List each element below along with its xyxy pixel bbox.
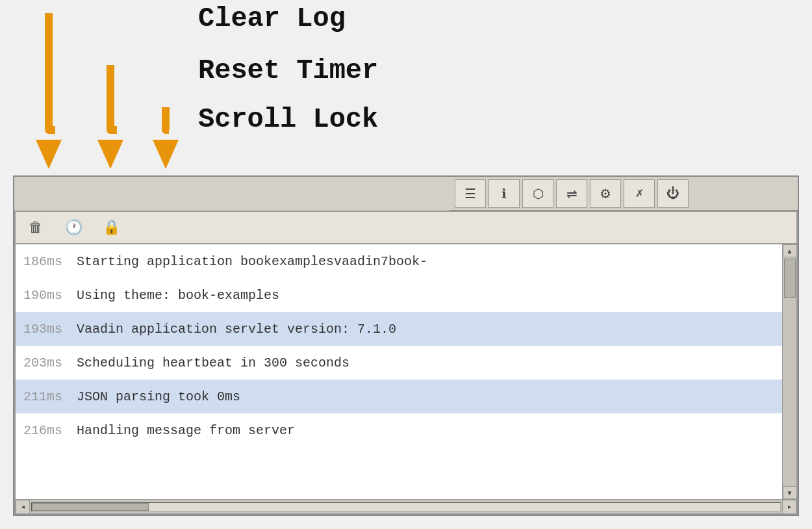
clear-log-button[interactable]: 🗑 [23, 216, 48, 239]
h-scroll-track[interactable] [31, 502, 781, 511]
reset-timer-label: Reset Timer [198, 55, 378, 86]
scroll-lock-button[interactable]: 🔒 [99, 216, 123, 239]
resize-icon: ✗ [635, 187, 644, 200]
log-toolbar: 🗑 🕐 🔒 [16, 212, 796, 244]
transfer-button[interactable]: ⇌ [556, 179, 587, 208]
menu-icon: ☰ [464, 186, 476, 201]
scroll-thumb[interactable] [784, 259, 796, 298]
gear-icon: ⚙ [600, 186, 611, 201]
log-time-4: 211ms [23, 389, 69, 404]
log-message-2: Vaadin application servlet version: 7.1.… [77, 322, 396, 337]
info-icon: ℹ [501, 186, 507, 201]
horizontal-scrollbar[interactable]: ◂ ▸ [16, 499, 796, 513]
svg-marker-2 [153, 140, 179, 169]
transfer-icon: ⇌ [566, 186, 577, 201]
log-entry-0: 186ms Starting application bookexamplesv… [16, 244, 782, 278]
log-time-3: 203ms [23, 355, 69, 370]
vertical-scrollbar[interactable]: ▲ ▼ [782, 244, 796, 499]
log-message-3: Scheduling heartbeat in 300 seconds [77, 355, 349, 370]
log-time-2: 193ms [23, 322, 69, 337]
top-toolbar: ☰ ℹ ⬡ ⇌ ⚙ ✗ ⏻ [450, 177, 798, 211]
log-time-5: 216ms [23, 423, 69, 438]
info-button[interactable]: ℹ [488, 179, 520, 208]
log-message-5: Handling message from server [77, 423, 295, 438]
trash-icon: 🗑 [29, 219, 43, 236]
log-panel: 🗑 🕐 🔒 186ms Starting application bookexa… [14, 211, 798, 515]
h-scroll-thumb[interactable] [32, 503, 149, 511]
reset-timer-button[interactable]: 🕐 [61, 216, 86, 239]
menu-button[interactable]: ☰ [455, 179, 486, 208]
log-message-4: JSON parsing took 0ms [77, 389, 240, 404]
log-entry-3: 203ms Scheduling heartbeat in 300 second… [16, 346, 782, 380]
log-time-1: 190ms [23, 288, 69, 303]
power-button[interactable]: ⏻ [657, 179, 689, 208]
scroll-lock-label: Scroll Lock [198, 104, 378, 135]
svg-marker-0 [36, 140, 62, 169]
settings-button[interactable]: ⚙ [590, 179, 621, 208]
log-message-1: Using theme: book-examples [77, 288, 279, 303]
log-entry-4: 211ms JSON parsing took 0ms [16, 380, 782, 413]
log-entry-5: 216ms Handling message from server [16, 413, 782, 447]
log-entries-wrapper: 186ms Starting application bookexamplesv… [16, 244, 796, 499]
network-icon: ⬡ [533, 186, 544, 201]
clear-log-label: Clear Log [198, 3, 346, 34]
main-panel: ☰ ℹ ⬡ ⇌ ⚙ ✗ ⏻ 🗑 🕐 [13, 175, 799, 516]
scroll-left-arrow[interactable]: ◂ [16, 500, 30, 514]
annotation-area: Clear Log Reset Timer Scroll Lock [0, 0, 455, 201]
power-icon: ⏻ [666, 186, 679, 201]
log-entry-1: 190ms Using theme: book-examples [16, 278, 782, 312]
clock-icon: 🕐 [65, 219, 82, 236]
log-entries[interactable]: 186ms Starting application bookexamplesv… [16, 244, 782, 499]
scroll-down-arrow[interactable]: ▼ [783, 486, 797, 499]
log-time-0: 186ms [23, 254, 69, 269]
scroll-right-arrow[interactable]: ▸ [782, 500, 796, 514]
resize-button[interactable]: ✗ [624, 179, 655, 208]
log-message-0: Starting application bookexamplesvaadin7… [77, 254, 427, 269]
lock-icon: 🔒 [103, 219, 120, 236]
scroll-up-arrow[interactable]: ▲ [783, 244, 797, 257]
log-entry-2: 193ms Vaadin application servlet version… [16, 312, 782, 346]
svg-marker-1 [97, 140, 123, 169]
network-button[interactable]: ⬡ [522, 179, 553, 208]
